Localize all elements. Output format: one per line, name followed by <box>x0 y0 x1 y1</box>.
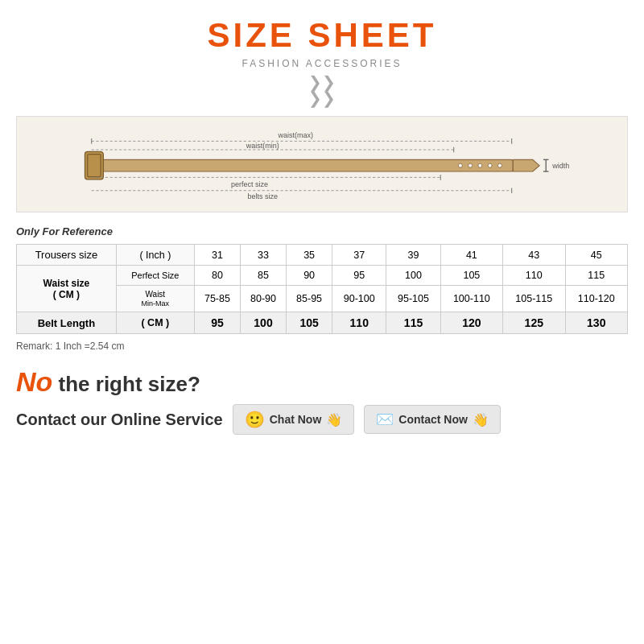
contact-label: Contact our Online Service <box>16 411 223 429</box>
svg-text:belts size: belts size <box>248 192 279 200</box>
ps-95: 95 <box>332 266 386 286</box>
hand-icon: 👋 <box>326 412 342 427</box>
svg-point-7 <box>497 163 502 167</box>
reference-label: Only For Reference <box>16 225 628 237</box>
svg-text:width: width <box>551 162 569 170</box>
chevron-decoration: ❯❯❯❯ <box>16 74 628 106</box>
chat-btn-label: Chat Now <box>270 413 322 426</box>
wm-105115: 105-115 <box>503 286 565 312</box>
bl-125: 125 <box>503 312 565 334</box>
chat-now-button[interactable]: 🙂 Chat Now 👋 <box>233 404 355 435</box>
inch-label: ( Inch ) <box>116 245 194 266</box>
size-35: 35 <box>287 245 332 266</box>
no-size-section: No the right size? Contact our Online Se… <box>16 366 628 435</box>
ps-85: 85 <box>240 266 286 286</box>
bl-100: 100 <box>240 312 286 334</box>
wm-8090: 80-90 <box>240 286 286 312</box>
ps-105: 105 <box>440 266 502 286</box>
wm-8595: 85-95 <box>287 286 332 312</box>
svg-point-6 <box>488 163 492 167</box>
svg-marker-8 <box>513 159 539 171</box>
waist-minmax-label: WaistMin-Max <box>116 286 194 312</box>
svg-point-5 <box>478 163 482 167</box>
size-37: 37 <box>332 245 386 266</box>
wm-7585: 75-85 <box>194 286 240 312</box>
mail-icon: ✉️ <box>376 411 394 428</box>
remark-text: Remark: 1 Inch =2.54 cm <box>16 341 628 352</box>
belt-length-unit: ( CM ) <box>116 312 194 334</box>
page-title: SIZE SHEET <box>16 16 628 55</box>
svg-rect-0 <box>92 159 514 171</box>
svg-text:waist(max): waist(max) <box>278 131 314 139</box>
bl-105: 105 <box>287 312 332 334</box>
size-31: 31 <box>194 245 240 266</box>
ps-110: 110 <box>503 266 565 286</box>
bl-130: 130 <box>565 312 628 334</box>
page-subtitle: FASHION ACCESSORIES <box>16 58 628 69</box>
waist-size-label: Waist size( CM ) <box>17 266 117 312</box>
no-size-title: No the right size? <box>16 366 628 398</box>
size-table: Trousers size ( Inch ) 31 33 35 37 39 41… <box>16 244 628 334</box>
wm-110120: 110-120 <box>565 286 628 312</box>
contact-btn-label: Contact Now <box>398 413 468 426</box>
ps-100: 100 <box>386 266 440 286</box>
size-41: 41 <box>440 245 502 266</box>
svg-text:waist(min): waist(min) <box>246 142 279 150</box>
size-45: 45 <box>565 245 628 266</box>
belt-length-label: Belt Length <box>17 312 117 334</box>
belt-diagram: waist(max) waist(min) perfect size belts… <box>16 116 628 213</box>
ps-115: 115 <box>565 266 628 286</box>
bl-95: 95 <box>194 312 240 334</box>
chat-icon: 🙂 <box>245 410 265 429</box>
no-size-question: the right size? <box>52 372 200 396</box>
wm-100110: 100-110 <box>440 286 502 312</box>
size-33: 33 <box>240 245 286 266</box>
size-43: 43 <box>503 245 565 266</box>
trousers-size-label: Trousers size <box>17 245 117 266</box>
wm-90100: 90-100 <box>332 286 386 312</box>
svg-point-4 <box>469 163 473 167</box>
wm-95105: 95-105 <box>386 286 440 312</box>
no-text: No <box>16 366 52 397</box>
svg-point-3 <box>458 163 462 167</box>
hand2-icon: 👋 <box>473 412 489 427</box>
perfect-size-label: Perfect Size <box>116 266 194 286</box>
bl-110: 110 <box>332 312 386 334</box>
svg-text:perfect size: perfect size <box>231 180 268 188</box>
page: SIZE SHEET FASHION ACCESSORIES ❯❯❯❯ wais… <box>0 0 644 644</box>
bl-120: 120 <box>440 312 502 334</box>
contact-now-button[interactable]: ✉️ Contact Now 👋 <box>364 405 501 434</box>
ps-90: 90 <box>287 266 332 286</box>
size-39: 39 <box>386 245 440 266</box>
contact-row: Contact our Online Service 🙂 Chat Now 👋 … <box>16 404 628 435</box>
ps-80: 80 <box>194 266 240 286</box>
bl-115: 115 <box>386 312 440 334</box>
